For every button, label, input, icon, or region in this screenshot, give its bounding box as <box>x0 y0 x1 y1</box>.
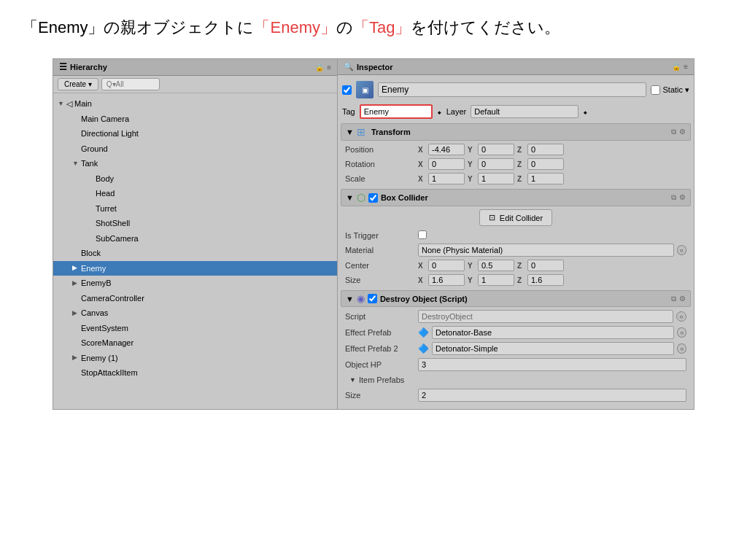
object-hp-input[interactable] <box>418 358 686 371</box>
layer-input[interactable] <box>471 105 578 118</box>
tree-item-body[interactable]: Body <box>53 171 337 187</box>
transform-properties: Position X Y Z <box>341 142 691 186</box>
tree-item-main[interactable]: ▼ ◁ Main <box>53 96 337 112</box>
tree-item-stop-attack[interactable]: StopAttackIItem <box>53 365 337 381</box>
search-input[interactable] <box>101 78 160 90</box>
tree-item-tank[interactable]: ▼ Tank <box>53 156 337 171</box>
pos-y-input[interactable] <box>478 144 514 155</box>
tree-item-score-manager[interactable]: ScoreManager <box>53 335 337 351</box>
center-y-input[interactable] <box>478 260 514 271</box>
rot-z-input[interactable] <box>527 158 564 170</box>
tree-item-canvas[interactable]: ▶ Canvas <box>53 306 337 321</box>
tree-item-event-system[interactable]: EventSystem <box>53 321 337 336</box>
object-hp-label: Object HP <box>341 357 414 373</box>
effect-prefab2-input[interactable] <box>432 342 674 355</box>
layer-dropdown-icon[interactable]: ⬥ <box>583 107 588 116</box>
create-button[interactable]: Create ▾ <box>58 78 98 90</box>
size-row: Size X Y Z <box>341 273 691 287</box>
size-z-input[interactable] <box>527 274 564 286</box>
script-input[interactable] <box>418 310 673 323</box>
collider-enabled-checkbox[interactable] <box>368 193 378 203</box>
rot-y-label: Y <box>468 160 475 168</box>
position-label: Position <box>341 142 414 157</box>
is-trigger-row: Is Trigger <box>341 229 691 242</box>
box-collider-section-header[interactable]: ▼ ⬡ Box Collider ⧉ ⚙ <box>341 189 691 206</box>
tree-item-turret[interactable]: Turret <box>53 201 337 217</box>
destroy-gear-icon[interactable]: ⚙ <box>679 295 686 303</box>
item-prefabs-label: Item Prefabs <box>359 376 404 384</box>
menu-icon: ≡ <box>327 63 331 71</box>
size-x-label: X <box>418 276 425 284</box>
is-trigger-checkbox[interactable] <box>418 230 427 239</box>
tree-item-enemy1[interactable]: ▶ Enemy (1) <box>53 351 337 366</box>
collider-copy-icon[interactable]: ⧉ <box>671 193 676 202</box>
size-y-input[interactable] <box>478 274 514 286</box>
pos-z-input[interactable] <box>527 144 564 155</box>
transform-gear-icon[interactable]: ⚙ <box>679 128 686 136</box>
edit-collider-button[interactable]: ⊡ Edit Collider <box>479 209 552 226</box>
instruction-text: 「Enemy」の親オブジェクトに「Enemy」の「Tag」を付けてください。 <box>22 15 725 40</box>
destroy-object-section-header[interactable]: ▼ ◉ Destroy Object (Script) ⧉ ⚙ <box>341 290 691 307</box>
scale-z-input[interactable] <box>527 173 564 184</box>
script-label: Script <box>341 308 414 324</box>
center-x-input[interactable] <box>428 260 465 271</box>
box-collider-title: Box Collider <box>381 193 428 202</box>
tree-item-subcamera[interactable]: SubCamera <box>53 231 337 246</box>
tree-item-directional-light[interactable]: Directional Light <box>53 126 337 141</box>
scale-z-label: Z <box>517 175 525 183</box>
pos-z-label: Z <box>517 146 525 154</box>
hierarchy-panel: ☰ Hierarchy 🔒 ≡ Create ▾ ▼ ◁ Main <box>53 59 338 409</box>
size-xyz: X Y Z <box>418 274 686 286</box>
tree-item-head[interactable]: Head <box>53 186 337 201</box>
scale-x-input[interactable] <box>428 173 465 184</box>
tree-item-ground[interactable]: Ground <box>53 141 337 157</box>
material-input[interactable] <box>418 244 674 257</box>
transform-title: Transform <box>371 128 411 136</box>
destroy-enabled-checkbox[interactable] <box>368 294 377 303</box>
center-z-input[interactable] <box>527 260 564 271</box>
rot-y-input[interactable] <box>478 158 514 170</box>
object-name-input[interactable] <box>378 82 646 97</box>
inspector-icon: 🔍 <box>344 62 354 71</box>
tag-dropdown-icon[interactable]: ⬥ <box>437 107 442 116</box>
center-y-label: Y <box>468 262 475 270</box>
effect-prefab-row-value: 🔷 ○ <box>418 326 686 339</box>
center-xyz: X Y Z <box>418 260 686 271</box>
tree-item-block[interactable]: Block <box>53 246 337 261</box>
destroy-copy-icon[interactable]: ⧉ <box>671 295 676 303</box>
effect-prefab-input[interactable] <box>432 326 674 339</box>
script-picker-button[interactable]: ○ <box>676 311 686 322</box>
scale-y-input[interactable] <box>478 173 514 184</box>
material-picker-button[interactable]: ○ <box>677 245 686 255</box>
tree-item-enemyb[interactable]: ▶ EnemyB <box>53 276 337 291</box>
transform-arrow-icon: ▼ <box>346 128 354 136</box>
effect-prefab-picker-button[interactable]: ○ <box>677 327 686 338</box>
static-dropdown-icon[interactable]: ▾ <box>685 85 689 95</box>
tree-item-main-camera[interactable]: Main Camera <box>53 112 337 127</box>
edit-collider-icon: ⊡ <box>489 213 495 222</box>
object-icon: ▣ <box>356 81 374 98</box>
item-prefabs-header[interactable]: ▼ Item Prefabs <box>345 374 686 386</box>
tree-item-enemy[interactable]: ▶ Enemy <box>53 261 337 276</box>
transform-copy-icon[interactable]: ⧉ <box>671 128 676 136</box>
center-label: Center <box>341 258 414 273</box>
effect-prefab2-picker-button[interactable]: ○ <box>677 343 686 354</box>
center-z-label: Z <box>517 262 525 270</box>
destroy-icon: ◉ <box>357 293 365 304</box>
rot-x-input[interactable] <box>428 158 465 170</box>
object-hp-row: Object HP <box>341 357 691 373</box>
size-count-input[interactable] <box>418 389 686 402</box>
pos-x-input[interactable] <box>428 144 465 155</box>
size-x-input[interactable] <box>428 274 465 286</box>
tree-item-shotshell[interactable]: ShotShell <box>53 216 337 231</box>
transform-section-header[interactable]: ▼ ⊞ Transform ⧉ ⚙ <box>341 123 691 141</box>
static-checkbox[interactable] <box>651 85 660 95</box>
tree-item-camera-controller[interactable]: CameraController <box>53 291 337 306</box>
collider-gear-icon[interactable]: ⚙ <box>679 193 686 202</box>
inspector-panel: 🔍 Inspector 🔒 ≡ ▣ <box>338 59 694 409</box>
object-active-checkbox[interactable] <box>342 85 352 95</box>
collider-section-icons: ⧉ ⚙ <box>671 193 686 202</box>
tag-input[interactable] <box>360 104 433 119</box>
hierarchy-icon: ☰ <box>59 62 67 72</box>
is-trigger-label: Is Trigger <box>341 229 414 242</box>
